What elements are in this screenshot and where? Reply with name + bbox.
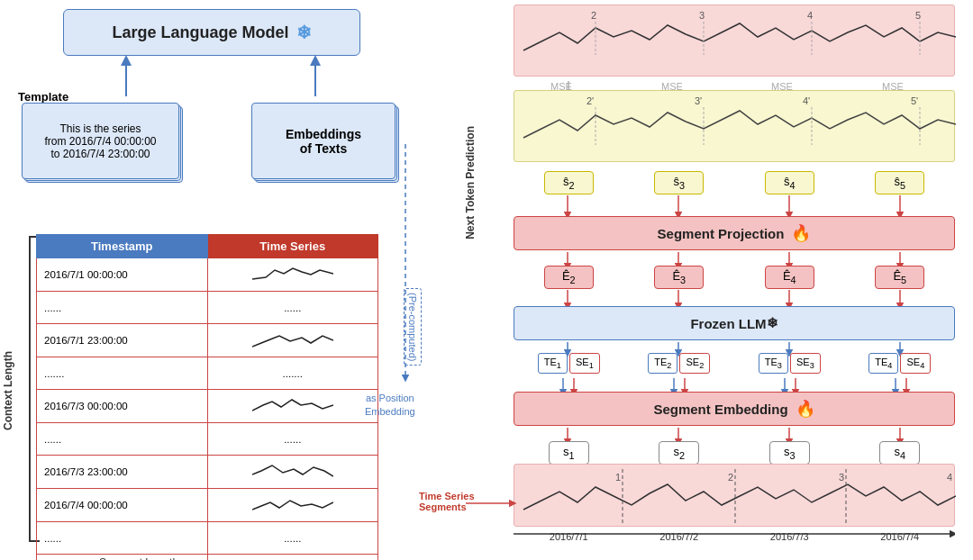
ts-cell: 2016/7/3 23:00:00 [37, 456, 208, 489]
ts-cell: 2016/7/1 23:00:00 [37, 324, 208, 357]
te-box-4: TE4 [868, 353, 898, 374]
ground-truth-chart: 2 3 4 5 [514, 5, 956, 77]
shat-box-2: ŝ2 [544, 171, 594, 194]
llm-snowflake-icon: ❄ [296, 22, 312, 43]
context-length-label: Context Length [2, 351, 14, 430]
se-box-3: SE3 [790, 353, 821, 374]
arrow-embed-to-llm [302, 56, 329, 96]
ground-truth-band: 2 3 4 5 [514, 5, 955, 77]
sparkline-5 [252, 492, 333, 517]
tese-group-3: TE3 SE3 [759, 353, 821, 374]
sparkline-4 [252, 458, 333, 483]
svg-text:4: 4 [807, 10, 813, 21]
table-row: ....... ....... [37, 357, 378, 390]
s-row: s1 s2 s3 s4 [514, 441, 955, 465]
series-cell: ....... [207, 357, 378, 390]
se-box-1: SE1 [569, 353, 600, 374]
ehat-box-5: Ê5 [875, 266, 924, 289]
left-panel: Large Language Model ❄ Template This is … [9, 9, 423, 549]
sparkline-1 [252, 261, 333, 286]
te-box-3: TE3 [759, 353, 788, 374]
table-row: ...... ...... [37, 522, 378, 555]
x-axis-labels: 2016/7/1 2016/7/2 2016/7/3 2016/7/4 [514, 531, 955, 542]
svg-text:5: 5 [915, 10, 921, 21]
table-row: ...... ...... [37, 292, 378, 324]
table-row: 2016/7/3 23:00:00 [37, 456, 378, 489]
svg-text:4': 4' [803, 95, 810, 106]
embed-label: Embeddingsof Texts [286, 127, 361, 156]
frozen-llm-snowflake-icon: ❄ [767, 315, 778, 331]
segment-length-label: Segment Length [99, 556, 178, 560]
right-panel: Ground Truth 2 3 4 5 Next Token Predicti… [468, 0, 968, 560]
frozen-llm-bar: Frozen LLM ❄ [514, 306, 955, 340]
s-box-4: s4 [879, 441, 920, 465]
svg-text:2: 2 [728, 472, 733, 483]
svg-text:3': 3' [695, 95, 702, 106]
seg-embed-fire-icon: 🔥 [796, 399, 815, 419]
ts-cell: ...... [37, 522, 208, 555]
timestamp-header: Timestamp [37, 235, 208, 258]
tese-group-4: TE4 SE4 [868, 353, 931, 374]
series-cell [207, 489, 378, 522]
llm-box: Large Language Model ❄ [63, 9, 360, 56]
seg-embed-label: Segment Embedding [653, 402, 787, 417]
s-box-2: s2 [659, 441, 699, 465]
series-header: Time Series [207, 235, 378, 258]
x-label-2: 2016/7/2 [659, 531, 698, 542]
table-row: 2016/7/1 23:00:00 [37, 324, 378, 357]
embed-card-main: Embeddingsof Texts [251, 103, 396, 179]
ts-cell: ...... [37, 423, 208, 456]
series-cell [207, 555, 378, 561]
table-row: ...... ...... [37, 423, 378, 456]
ts-cell: 2016/7/3 00:00:00 [37, 390, 208, 423]
seg-proj-fire-icon: 🔥 [791, 223, 811, 243]
bottom-band: 1 2 3 4 [514, 464, 955, 527]
svg-text:5': 5' [911, 95, 918, 106]
tese-row: TE1 SE1 TE2 SE2 TE3 SE3 TE4 SE4 [514, 353, 955, 374]
s-box-1: s1 [549, 441, 589, 465]
x-label-3: 2016/7/3 [770, 531, 809, 542]
se-box-4: SE4 [900, 353, 931, 374]
x-label-4: 2016/7/4 [880, 531, 919, 542]
shat-row: ŝ2 ŝ3 ŝ4 ŝ5 [514, 171, 955, 194]
svg-text:1: 1 [615, 472, 621, 483]
ts-segments-arrow [464, 497, 518, 510]
ehat-box-3: Ê3 [654, 266, 704, 289]
ts-cell: ....... [37, 357, 208, 390]
frozen-llm-label: Frozen LLM [690, 316, 766, 331]
table-row: 2016/7/3 00:00:00 [37, 390, 378, 423]
series-cell [207, 390, 378, 423]
template-card-main: This is the seriesfrom 2016/7/4 00:00:00… [22, 103, 179, 179]
svg-text:3: 3 [699, 10, 705, 21]
tese-group-2: TE2 SE2 [648, 353, 710, 374]
table-row: 2016/7/4 00:00:00 [37, 489, 378, 522]
te-box-2: TE2 [648, 353, 677, 374]
s-box-3: s3 [769, 441, 810, 465]
prediction-chart: 2' 3' 4' 5' [514, 91, 956, 163]
series-cell [207, 324, 378, 357]
next-token-prediction-label: Next Token Prediction [464, 126, 477, 239]
data-table: Timestamp Time Series 2016/7/1 00:00:00 … [36, 234, 378, 560]
table-row: 2016/7/1 00:00:00 [37, 258, 378, 292]
x-label-1: 2016/7/1 [550, 531, 588, 542]
series-cell [207, 456, 378, 489]
svg-text:3: 3 [839, 472, 844, 483]
segment-projection-bar: Segment Projection 🔥 [514, 216, 955, 250]
te-box-1: TE1 [538, 353, 568, 374]
series-cell: ...... [207, 522, 378, 555]
pos-embedding-label: as PositionEmbedding [365, 392, 415, 420]
svg-text:4: 4 [947, 472, 952, 483]
prediction-band: 2' 3' 4' 5' [514, 90, 955, 162]
shat-box-4: ŝ4 [765, 171, 814, 194]
segment-embedding-bar: Segment Embedding 🔥 [514, 392, 955, 426]
table-row: 2016/7/4 23:00:00 [37, 555, 378, 561]
series-cell: ...... [207, 423, 378, 456]
sparkline-3 [252, 393, 333, 418]
seg-proj-label: Segment Projection [658, 226, 785, 241]
svg-text:2': 2' [587, 95, 594, 106]
ts-cell: 2016/7/4 00:00:00 [37, 489, 208, 522]
arrow-template-to-llm [113, 56, 140, 96]
svg-text:2: 2 [591, 10, 596, 21]
ts-cell: ...... [37, 292, 208, 324]
shat-box-3: ŝ3 [654, 171, 704, 194]
